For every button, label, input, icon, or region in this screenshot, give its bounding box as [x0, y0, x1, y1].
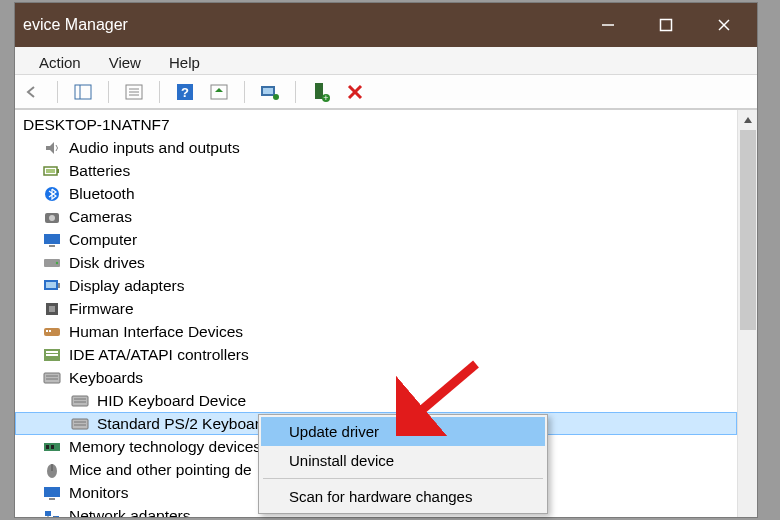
keyboard-icon — [43, 369, 61, 387]
tree-node-label: Disk drives — [69, 254, 145, 272]
svg-point-28 — [49, 215, 55, 221]
menu-action[interactable]: Action — [25, 47, 95, 74]
memory-icon — [43, 438, 61, 456]
toolbar-uninstall-button[interactable] — [344, 81, 366, 103]
svg-rect-37 — [49, 306, 55, 312]
close-icon — [717, 18, 731, 32]
svg-rect-15 — [263, 88, 273, 94]
toolbar-back-button[interactable] — [21, 81, 43, 103]
tree-node-label: Batteries — [69, 162, 130, 180]
svg-rect-34 — [46, 282, 56, 288]
tree-node[interactable]: Computer — [15, 228, 737, 251]
speaker-icon — [43, 139, 61, 157]
tree-node-label: Monitors — [69, 484, 128, 502]
disk-icon — [43, 254, 61, 272]
properties-icon — [125, 84, 143, 100]
svg-rect-4 — [75, 85, 91, 99]
tree-node[interactable]: IDE ATA/ATAPI controllers — [15, 343, 737, 366]
svg-rect-17 — [315, 83, 323, 99]
svg-rect-42 — [46, 351, 58, 353]
tree-node[interactable]: Human Interface Devices — [15, 320, 737, 343]
vertical-scrollbar[interactable] — [737, 110, 757, 517]
svg-rect-29 — [44, 234, 60, 244]
tree-node-label: Bluetooth — [69, 185, 135, 203]
svg-rect-24 — [57, 169, 59, 173]
svg-rect-50 — [72, 419, 88, 429]
svg-rect-25 — [46, 169, 55, 173]
minimize-icon — [601, 18, 615, 32]
mouse-icon — [43, 461, 61, 479]
svg-text:+: + — [323, 93, 328, 102]
tree-child-node[interactable]: HID Keyboard Device — [15, 389, 737, 412]
tree-node-label: Cameras — [69, 208, 132, 226]
toolbar-update-button[interactable] — [208, 81, 230, 103]
tree-node[interactable]: Firmware — [15, 297, 737, 320]
tree-node-label: Computer — [69, 231, 137, 249]
minimize-button[interactable] — [579, 3, 637, 47]
uninstall-icon — [346, 83, 364, 101]
context-menu-item[interactable]: Scan for hardware changes — [261, 482, 545, 511]
menu-view[interactable]: View — [95, 47, 155, 74]
svg-rect-44 — [44, 373, 60, 383]
maximize-button[interactable] — [637, 3, 695, 47]
svg-rect-47 — [72, 396, 88, 406]
tree-root[interactable]: DESKTOP-1NATNF7 — [15, 114, 737, 136]
tree-node[interactable]: Cameras — [15, 205, 737, 228]
tree-node[interactable]: Bluetooth — [15, 182, 737, 205]
monitor-icon — [43, 484, 61, 502]
firmware-icon — [43, 300, 61, 318]
tree-node-label: Firmware — [69, 300, 134, 318]
tree-node-label: Audio inputs and outputs — [69, 139, 240, 157]
svg-point-16 — [273, 94, 279, 100]
hid-icon — [43, 323, 61, 341]
tree-node[interactable]: Display adapters — [15, 274, 737, 297]
svg-marker-22 — [46, 142, 54, 154]
svg-rect-1 — [661, 20, 672, 31]
toolbar-help-button[interactable]: ? — [174, 81, 196, 103]
layout-icon — [74, 84, 92, 100]
tree-node-label: Mice and other pointing de — [69, 461, 252, 479]
context-menu-item[interactable]: Uninstall device — [261, 446, 545, 475]
tree-child-label: HID Keyboard Device — [97, 392, 246, 410]
toolbar-scan-button[interactable] — [259, 81, 281, 103]
svg-rect-55 — [51, 445, 54, 449]
toolbar-tree-layout-button[interactable] — [72, 81, 94, 103]
svg-rect-54 — [46, 445, 49, 449]
keyboard-icon — [71, 392, 89, 410]
keyboard-icon — [71, 415, 89, 433]
titlebar[interactable]: evice Manager — [15, 3, 757, 47]
tree-node-label: Memory technology devices — [69, 438, 261, 456]
tree-child-label: Standard PS/2 Keyboard — [97, 415, 268, 433]
scrollbar-thumb[interactable] — [740, 130, 756, 330]
maximize-icon — [659, 18, 673, 32]
close-button[interactable] — [695, 3, 753, 47]
tree-node-label: Human Interface Devices — [69, 323, 243, 341]
bluetooth-icon — [43, 185, 61, 203]
toolbar-add-legacy-button[interactable]: + — [310, 81, 332, 103]
svg-point-32 — [56, 261, 58, 263]
add-hardware-icon: + — [312, 82, 330, 102]
ide-icon — [43, 346, 61, 364]
svg-marker-13 — [215, 88, 223, 92]
context-menu-item[interactable]: Update driver — [261, 417, 545, 446]
menu-help[interactable]: Help — [155, 47, 214, 74]
help-icon: ? — [176, 83, 194, 101]
scan-icon — [260, 83, 280, 101]
svg-rect-40 — [49, 330, 51, 332]
context-menu-separator — [263, 478, 543, 479]
tree-node[interactable]: Keyboards — [15, 366, 737, 389]
update-icon — [210, 84, 228, 100]
scroll-up-icon[interactable] — [738, 110, 758, 130]
svg-rect-60 — [45, 511, 51, 516]
svg-rect-59 — [49, 498, 55, 500]
tree-node[interactable]: Batteries — [15, 159, 737, 182]
svg-rect-61 — [53, 516, 59, 518]
toolbar-properties-button[interactable] — [123, 81, 145, 103]
svg-rect-58 — [44, 487, 60, 497]
battery-icon — [43, 162, 61, 180]
tree-node[interactable]: Disk drives — [15, 251, 737, 274]
network-icon — [43, 507, 61, 518]
back-arrow-icon — [24, 84, 40, 100]
tree-node[interactable]: Audio inputs and outputs — [15, 136, 737, 159]
toolbar: ? + — [15, 75, 757, 109]
